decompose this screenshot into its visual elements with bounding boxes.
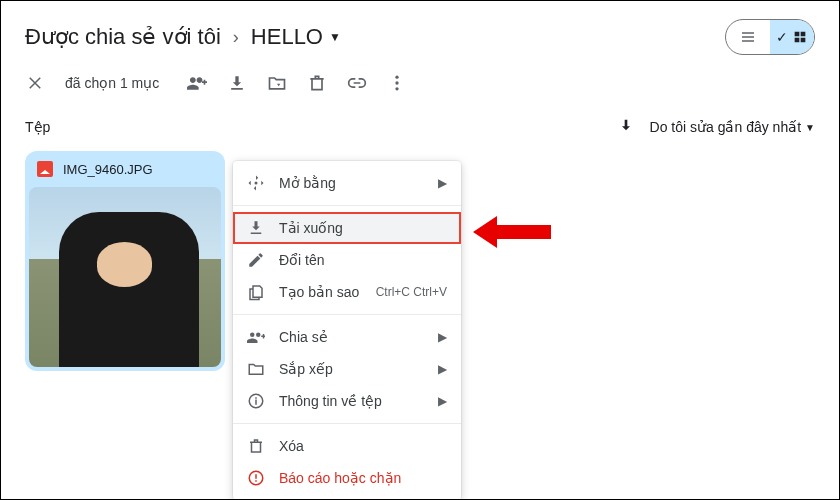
context-menu: Mở bằng ▶ Tải xuống Đổi tên Tạo bản sao … bbox=[233, 161, 461, 500]
open-with-icon bbox=[247, 174, 265, 192]
menu-download[interactable]: Tải xuống bbox=[233, 212, 461, 244]
menu-label: Mở bằng bbox=[279, 175, 424, 191]
move-icon[interactable] bbox=[267, 73, 287, 93]
close-icon[interactable] bbox=[25, 73, 45, 93]
menu-share[interactable]: Chia sẻ ▶ bbox=[233, 321, 461, 353]
sort-direction-icon[interactable] bbox=[618, 117, 634, 137]
sort-label-text: Do tôi sửa gần đây nhất bbox=[650, 119, 802, 135]
sort-dropdown[interactable]: Do tôi sửa gần đây nhất ▼ bbox=[650, 119, 815, 135]
file-name: IMG_9460.JPG bbox=[63, 162, 153, 177]
link-icon[interactable] bbox=[347, 73, 367, 93]
breadcrumb-shared[interactable]: Được chia sẻ với tôi bbox=[25, 24, 221, 50]
menu-label: Sắp xếp bbox=[279, 361, 424, 377]
menu-label: Tải xuống bbox=[279, 220, 447, 236]
view-toggle bbox=[725, 19, 815, 55]
menu-label: Thông tin về tệp bbox=[279, 393, 424, 409]
controls-row: Tệp Do tôi sửa gần đây nhất ▼ bbox=[1, 101, 839, 147]
menu-rename[interactable]: Đổi tên bbox=[233, 244, 461, 276]
menu-label: Báo cáo hoặc chặn bbox=[279, 470, 447, 486]
svg-point-0 bbox=[396, 76, 399, 79]
chevron-right-icon: ▶ bbox=[438, 330, 447, 344]
menu-file-info[interactable]: Thông tin về tệp ▶ bbox=[233, 385, 461, 417]
menu-divider bbox=[233, 423, 461, 424]
chevron-right-icon: › bbox=[233, 27, 239, 48]
menu-trash[interactable]: Xóa bbox=[233, 430, 461, 462]
share-person-icon[interactable] bbox=[187, 73, 207, 93]
menu-organize[interactable]: Sắp xếp ▶ bbox=[233, 353, 461, 385]
folder-name: HELLO bbox=[251, 24, 323, 50]
header-row: Được chia sẻ với tôi › HELLO ▼ bbox=[1, 1, 839, 65]
menu-open-with[interactable]: Mở bằng ▶ bbox=[233, 167, 461, 199]
caret-down-icon: ▼ bbox=[805, 122, 815, 133]
caret-down-icon: ▼ bbox=[329, 30, 341, 44]
list-view-button[interactable] bbox=[726, 20, 770, 54]
more-icon[interactable] bbox=[387, 73, 407, 93]
sort-controls: Do tôi sửa gần đây nhất ▼ bbox=[618, 117, 815, 137]
file-thumbnail bbox=[29, 187, 221, 367]
breadcrumb-current-folder[interactable]: HELLO ▼ bbox=[251, 24, 341, 50]
annotation-arrow bbox=[473, 213, 551, 255]
download-icon[interactable] bbox=[227, 73, 247, 93]
menu-report[interactable]: Báo cáo hoặc chặn bbox=[233, 462, 461, 494]
selection-toolbar: đã chọn 1 mục bbox=[1, 65, 839, 101]
section-files-label: Tệp bbox=[25, 119, 618, 135]
menu-label: Chia sẻ bbox=[279, 329, 424, 345]
report-icon bbox=[247, 469, 265, 487]
menu-divider bbox=[233, 314, 461, 315]
rename-icon bbox=[247, 251, 265, 269]
download-icon bbox=[247, 219, 265, 237]
copy-icon bbox=[247, 283, 265, 301]
chevron-right-icon: ▶ bbox=[438, 362, 447, 376]
svg-point-1 bbox=[396, 81, 399, 84]
trash-icon bbox=[247, 437, 265, 455]
menu-divider bbox=[233, 205, 461, 206]
menu-label: Tạo bản sao bbox=[279, 284, 362, 300]
file-header: IMG_9460.JPG bbox=[25, 151, 225, 187]
svg-point-2 bbox=[396, 87, 399, 90]
menu-make-copy[interactable]: Tạo bản sao Ctrl+C Ctrl+V bbox=[233, 276, 461, 308]
selection-count: đã chọn 1 mục bbox=[65, 75, 159, 91]
menu-label: Xóa bbox=[279, 438, 447, 454]
menu-label: Đổi tên bbox=[279, 252, 447, 268]
grid-icon bbox=[792, 29, 808, 45]
share-icon bbox=[247, 328, 265, 346]
grid-view-button[interactable] bbox=[770, 20, 814, 54]
menu-shortcut: Ctrl+C Ctrl+V bbox=[376, 285, 447, 299]
breadcrumb: Được chia sẻ với tôi › HELLO ▼ bbox=[25, 24, 715, 50]
chevron-right-icon: ▶ bbox=[438, 176, 447, 190]
file-card[interactable]: IMG_9460.JPG bbox=[25, 151, 225, 371]
image-file-icon bbox=[37, 161, 53, 177]
chevron-right-icon: ▶ bbox=[438, 394, 447, 408]
folder-icon bbox=[247, 360, 265, 378]
svg-point-3 bbox=[255, 182, 258, 185]
info-icon bbox=[247, 392, 265, 410]
trash-icon[interactable] bbox=[307, 73, 327, 93]
list-icon bbox=[740, 29, 756, 45]
